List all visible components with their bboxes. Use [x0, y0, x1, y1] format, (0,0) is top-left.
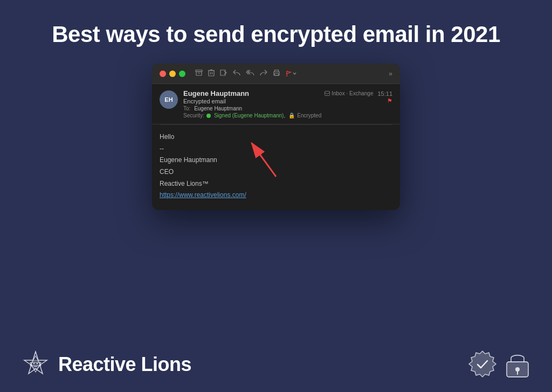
svg-rect-10 — [275, 73, 279, 75]
inbox-label: Inbox · Exchange — [325, 90, 373, 96]
email-meta-right: Inbox · Exchange 15:11 — [325, 90, 392, 97]
email-window-wrapper: » EH Eugene Hauptmann — [0, 64, 552, 210]
security-signed-icon — [206, 114, 211, 118]
flag-dropdown-icon[interactable] — [286, 71, 296, 77]
inbox-icon — [325, 91, 330, 96]
svg-point-19 — [37, 363, 38, 364]
body-link[interactable]: https://www.reactivelions.com/ — [160, 191, 246, 199]
svg-rect-8 — [220, 70, 225, 75]
sender-name: Eugene Hauptmann — [183, 89, 249, 97]
title-bar: » — [152, 64, 400, 84]
lock-security-icon — [505, 350, 530, 379]
svg-point-17 — [31, 360, 40, 369]
email-subject: Encrypted email — [183, 98, 226, 104]
move-icon[interactable] — [220, 69, 227, 78]
security-encrypted-text: Encrypted — [297, 113, 321, 118]
svg-rect-11 — [325, 92, 330, 96]
trash-icon[interactable] — [208, 69, 215, 78]
svg-point-18 — [33, 363, 34, 364]
chevron-right-icon[interactable]: » — [389, 70, 392, 78]
archive-icon[interactable] — [195, 69, 203, 78]
forward-icon[interactable] — [260, 69, 267, 78]
email-body: Hello -- Eugene Hauptmann CEO Reactive L… — [152, 125, 400, 210]
body-company: Reactive Lions™ — [160, 178, 392, 190]
svg-rect-3 — [209, 71, 214, 76]
security-signed-text: Signed (Eugene Hauptmann), — [214, 113, 285, 118]
mac-window: » EH Eugene Hauptmann — [152, 64, 400, 210]
close-button[interactable] — [160, 71, 166, 77]
email-header: EH Eugene Hauptmann Inbox · Exchange — [152, 84, 400, 124]
svg-point-21 — [515, 367, 520, 372]
brand-left: Reactive Lions — [22, 351, 191, 379]
brand-logo-icon — [22, 351, 50, 379]
minimize-button[interactable] — [169, 71, 176, 77]
traffic-lights — [160, 71, 185, 77]
bottom-bar: Reactive Lions — [0, 337, 552, 392]
email-time: 15:11 — [377, 90, 392, 97]
brand-name: Reactive Lions — [58, 353, 191, 376]
reply-all-icon[interactable] — [246, 69, 254, 78]
print-icon[interactable] — [273, 69, 280, 78]
email-details: Eugene Hauptmann Inbox · Exchange 15:11 — [183, 89, 392, 118]
body-name: Eugene Hauptmann — [160, 155, 392, 166]
maximize-button[interactable] — [179, 71, 185, 77]
email-body-text: Hello -- Eugene Hauptmann CEO Reactive L… — [160, 131, 392, 201]
page-title: Best ways to send encrypted email in 202… — [0, 0, 552, 58]
brand-icons-right — [468, 350, 530, 379]
toolbar-icons — [195, 69, 296, 78]
avatar: EH — [160, 90, 178, 109]
body-hello: Hello — [160, 131, 392, 143]
body-title: CEO — [160, 166, 392, 178]
email-security: Security: Signed (Eugene Hauptmann), 🔒 E… — [183, 113, 392, 118]
email-to: To: Eugene Hauptmann — [183, 106, 392, 111]
verified-badge-icon — [468, 350, 497, 379]
security-lock-icon: 🔒 — [288, 113, 295, 118]
body-dash: -- — [160, 143, 392, 155]
reply-icon[interactable] — [233, 69, 240, 78]
email-flag-icon: ⚑ — [387, 97, 392, 104]
